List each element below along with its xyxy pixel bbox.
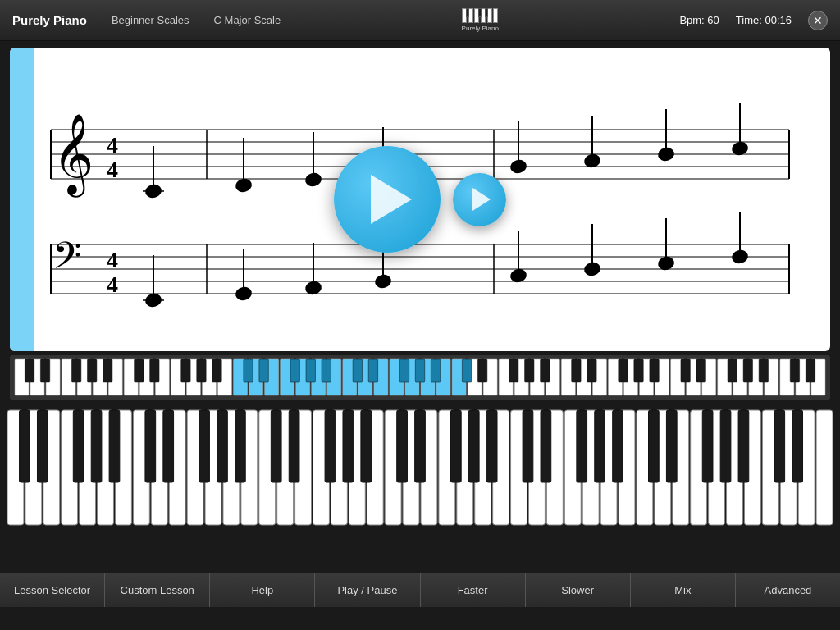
svg-rect-123 — [290, 359, 299, 382]
svg-rect-130 — [431, 359, 440, 382]
svg-rect-206 — [325, 410, 336, 482]
play-pause-button[interactable]: Play / Pause — [315, 573, 420, 607]
svg-rect-146 — [790, 359, 799, 382]
mini-keyboard: // This will be rendered via inline SVG … — [10, 355, 830, 400]
header-left: Purely Piano Beginner Scales C Major Sca… — [12, 13, 281, 27]
svg-rect-205 — [289, 410, 299, 482]
svg-rect-133 — [509, 359, 518, 382]
header-right: Bpm: 60 Time: 00:16 ✕ — [679, 11, 828, 30]
svg-rect-210 — [415, 410, 426, 482]
main-keyboard-svg — [7, 409, 833, 544]
svg-rect-144 — [743, 359, 752, 382]
svg-rect-128 — [399, 359, 409, 382]
svg-rect-114 — [87, 359, 96, 382]
svg-rect-126 — [353, 359, 362, 382]
svg-rect-113 — [71, 359, 80, 382]
svg-rect-194 — [20, 410, 30, 482]
app-logo: Purely Piano — [462, 8, 499, 32]
mini-keyboard-svg: // This will be rendered via inline SVG … — [14, 358, 826, 399]
svg-rect-208 — [361, 410, 372, 482]
svg-rect-215 — [541, 410, 551, 482]
svg-rect-124 — [306, 359, 315, 382]
svg-rect-223 — [738, 410, 749, 482]
svg-rect-137 — [587, 359, 596, 382]
svg-text:4: 4 — [107, 247, 118, 272]
svg-rect-125 — [322, 359, 331, 382]
play-button-small[interactable] — [453, 173, 506, 226]
svg-rect-118 — [181, 359, 190, 382]
svg-rect-127 — [368, 359, 377, 382]
svg-rect-203 — [235, 410, 246, 482]
lesson-subtitle: Beginner Scales — [112, 14, 189, 26]
header: Purely Piano Beginner Scales C Major Sca… — [0, 0, 840, 41]
svg-rect-198 — [109, 410, 120, 482]
svg-rect-217 — [595, 410, 605, 482]
svg-rect-129 — [415, 359, 424, 382]
play-button-large[interactable] — [334, 146, 441, 253]
svg-rect-142 — [696, 359, 705, 382]
svg-point-37 — [656, 146, 675, 163]
svg-rect-214 — [523, 410, 533, 482]
svg-rect-204 — [271, 410, 281, 482]
svg-rect-225 — [792, 410, 803, 482]
svg-rect-131 — [462, 359, 471, 382]
svg-rect-135 — [541, 359, 550, 382]
svg-text:4: 4 — [107, 157, 118, 182]
advanced-button[interactable]: Advanced — [736, 573, 840, 607]
svg-text:4: 4 — [107, 132, 118, 158]
custom-lesson-button[interactable]: Custom Lesson — [105, 573, 210, 607]
svg-rect-200 — [163, 410, 174, 482]
mix-button[interactable]: Mix — [631, 573, 736, 607]
svg-rect-117 — [150, 359, 159, 382]
bpm-display: Bpm: 60 — [679, 14, 719, 26]
svg-text:𝄞: 𝄞 — [52, 114, 94, 198]
svg-text:𝄢: 𝄢 — [52, 235, 81, 285]
svg-rect-122 — [259, 359, 268, 382]
piece-title: C Major Scale — [214, 14, 281, 26]
play-controls-overlay — [334, 146, 506, 253]
svg-rect-193 — [816, 410, 833, 525]
sheet-music-area: 𝄞 𝄢 4 4 4 4 — [10, 48, 830, 351]
svg-rect-218 — [613, 410, 623, 482]
svg-rect-197 — [91, 410, 102, 482]
logo-key — [466, 8, 469, 17]
svg-point-29 — [304, 171, 322, 189]
svg-rect-211 — [450, 410, 461, 482]
close-button[interactable]: ✕ — [808, 11, 828, 30]
svg-rect-116 — [135, 359, 144, 382]
svg-rect-213 — [486, 410, 497, 482]
logo-key — [478, 8, 482, 17]
svg-rect-111 — [25, 359, 34, 382]
svg-rect-209 — [397, 410, 408, 482]
svg-rect-220 — [666, 410, 677, 482]
logo-key — [485, 8, 488, 17]
app-title: Purely Piano — [12, 13, 87, 27]
help-button[interactable]: Help — [210, 573, 315, 607]
svg-rect-221 — [702, 410, 713, 482]
svg-point-44 — [234, 285, 253, 303]
slower-button[interactable]: Slower — [526, 573, 631, 607]
svg-rect-219 — [649, 410, 660, 482]
lesson-selector-button[interactable]: Lesson Selector — [0, 573, 105, 607]
svg-rect-222 — [720, 410, 731, 482]
svg-rect-138 — [619, 359, 628, 382]
svg-rect-143 — [728, 359, 737, 382]
faster-button[interactable]: Faster — [421, 573, 526, 607]
svg-rect-196 — [73, 410, 84, 482]
svg-rect-140 — [650, 359, 659, 382]
logo-text: Purely Piano — [462, 25, 499, 32]
svg-point-27 — [234, 177, 253, 194]
svg-rect-112 — [40, 359, 49, 382]
svg-rect-120 — [212, 359, 221, 382]
svg-point-33 — [509, 158, 527, 176]
logo-key — [493, 8, 498, 23]
svg-rect-195 — [37, 410, 48, 482]
svg-point-56 — [730, 249, 749, 266]
main-keyboard[interactable] — [0, 404, 840, 548]
time-display: Time: 00:16 — [736, 14, 792, 26]
svg-rect-224 — [774, 410, 785, 482]
svg-rect-147 — [806, 359, 815, 382]
svg-rect-201 — [199, 410, 210, 482]
svg-rect-207 — [343, 410, 354, 482]
progress-bar — [10, 48, 34, 351]
